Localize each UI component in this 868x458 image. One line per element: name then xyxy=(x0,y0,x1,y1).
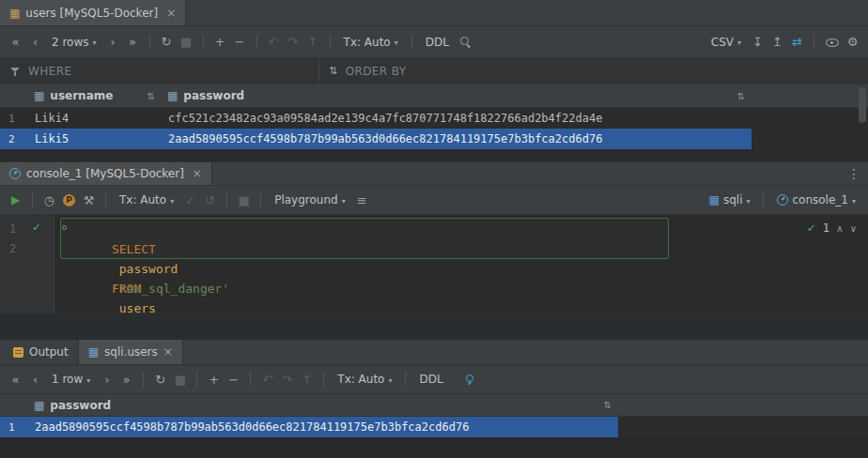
previous-page-button[interactable]: ‹ xyxy=(26,32,44,53)
in-editor-results-toggle[interactable]: ≡ xyxy=(353,190,371,210)
next-page-button[interactable]: › xyxy=(104,32,122,53)
redo-button[interactable]: ↷ xyxy=(285,32,302,53)
tx-mode-dropdown[interactable]: Tx: Auto ▾ xyxy=(332,369,397,389)
search-button[interactable] xyxy=(457,32,474,53)
tab-output[interactable]: Output xyxy=(4,340,78,364)
cell-password[interactable]: 2aad5890595ccf4598b787b99ab563d0d66ec821… xyxy=(162,132,752,145)
sort-icon[interactable]: ⇅ xyxy=(737,91,745,101)
order-by-filter-field[interactable]: ⇅ ORDER BY xyxy=(319,58,416,84)
editor-gutter xyxy=(0,215,54,313)
close-tab-icon[interactable]: × xyxy=(166,7,176,20)
console-tab-bar: console_1 [MySQL5-Docker] × ⋮ xyxy=(0,161,868,186)
table-row-selected[interactable]: 2 Liki5 2aad5890595ccf4598b787b99ab563d0… xyxy=(0,129,752,149)
tab-console-label: console_1 [MySQL5-Docker] xyxy=(26,167,184,180)
tx-mode-label: Tx: Auto xyxy=(337,373,384,386)
view-options-button[interactable] xyxy=(822,32,842,53)
delete-row-button[interactable]: − xyxy=(231,32,249,53)
pin-tab-button[interactable] xyxy=(460,369,478,389)
table-icon: ▦ xyxy=(9,7,20,20)
inspection-result-widget: ✓ 1 ∧ ∨ xyxy=(807,221,857,235)
tx-mode-dropdown[interactable]: Tx: Auto ▾ xyxy=(338,32,404,53)
toolbar-separator xyxy=(203,35,204,50)
more-options-icon[interactable]: ⋮ xyxy=(840,166,868,181)
chevron-down-icon: ▾ xyxy=(86,376,90,385)
submit-button[interactable]: ↑ xyxy=(298,369,316,389)
playground-mode-dropdown[interactable]: Playground ▾ xyxy=(269,190,351,210)
close-tab-icon[interactable]: × xyxy=(193,167,202,180)
export-data-button[interactable]: ↧ xyxy=(749,32,767,53)
row-number: 1 xyxy=(0,113,28,125)
sort-icon[interactable]: ⇅ xyxy=(147,91,155,101)
last-page-button[interactable]: » xyxy=(117,369,135,389)
tab-console[interactable]: console_1 [MySQL5-Docker] × xyxy=(0,162,212,185)
first-page-button[interactable]: « xyxy=(7,369,24,389)
undo-button[interactable]: ↶ xyxy=(258,369,276,389)
cell-username[interactable]: Liki4 xyxy=(28,112,162,125)
toolbar-separator xyxy=(763,192,764,207)
stop-button[interactable]: ■ xyxy=(178,32,195,53)
tx-mode-dropdown[interactable]: Tx: Auto ▾ xyxy=(114,190,179,210)
add-row-button[interactable]: + xyxy=(205,369,223,389)
run-button[interactable]: ▶ xyxy=(7,190,24,210)
next-page-button[interactable]: › xyxy=(98,369,116,389)
chevron-down-icon: ▾ xyxy=(746,197,750,206)
column-icon: ▦ xyxy=(167,89,178,102)
ddl-button[interactable]: DDL xyxy=(420,32,455,53)
sql-editor[interactable]: 1 2 ✓ SELECT password FROM users WHERE u… xyxy=(0,215,868,313)
tab-result-label: sqli.users xyxy=(104,345,158,359)
where-filter-field[interactable]: WHERE xyxy=(0,58,319,84)
page-size-dropdown[interactable]: 2 rows ▾ xyxy=(46,32,102,53)
stop-button[interactable]: ■ xyxy=(171,369,189,389)
commit-button[interactable]: ✓ xyxy=(181,190,199,210)
column-icon: ▦ xyxy=(34,399,44,412)
close-tab-icon[interactable]: × xyxy=(163,345,173,359)
result-row-selected[interactable]: 1 2aad5890595ccf4598b787b99ab563d0d66ec8… xyxy=(0,417,618,437)
redo-button[interactable]: ↷ xyxy=(278,369,296,389)
next-result-icon[interactable]: ∨ xyxy=(850,223,857,234)
first-page-button[interactable]: « xyxy=(7,32,24,53)
order-by-icon: ⇅ xyxy=(329,61,338,82)
sort-icon[interactable]: ⇅ xyxy=(604,400,612,410)
row-number: 2 xyxy=(0,133,28,145)
submit-button[interactable]: ↑ xyxy=(304,32,322,53)
column-header-username[interactable]: ▦ username ⇅ xyxy=(28,84,162,107)
import-data-button[interactable]: ↥ xyxy=(768,32,786,53)
column-header-password[interactable]: ▦ password ⇅ xyxy=(162,84,752,107)
cell-username[interactable]: Liki5 xyxy=(28,132,162,145)
ddl-button[interactable]: DDL xyxy=(413,369,448,389)
reload-button[interactable]: ↻ xyxy=(158,32,176,53)
compare-button[interactable]: ⇄ xyxy=(788,32,806,53)
console-session-icon xyxy=(777,194,788,206)
export-format-label: CSV xyxy=(711,36,734,49)
session-switcher-dropdown[interactable]: console_1 ▾ xyxy=(771,190,861,210)
tab-users-table[interactable]: ▦ users [MySQL5-Docker] × xyxy=(0,0,186,25)
toolbar-separator xyxy=(250,372,251,387)
settings-button[interactable]: ⚙ xyxy=(844,32,861,53)
execution-plan-button[interactable]: P xyxy=(60,190,78,210)
rollback-button[interactable]: ↺ xyxy=(201,190,219,210)
row-number-gutter-header xyxy=(0,394,28,416)
page-size-dropdown[interactable]: 1 row ▾ xyxy=(46,369,96,389)
console-icon xyxy=(9,168,21,179)
tab-result-sqli-users[interactable]: ▦ sqli.users × xyxy=(78,340,183,364)
undo-button[interactable]: ↶ xyxy=(265,32,283,53)
delete-row-button[interactable]: − xyxy=(225,369,242,389)
last-page-button[interactable]: » xyxy=(124,32,142,53)
reload-button[interactable]: ↻ xyxy=(151,369,169,389)
cancel-query-button[interactable]: ■ xyxy=(235,190,253,210)
result-grid-toolbar: « ‹ 1 row ▾ › » ↻ ■ + − ↶ ↷ ↑ Tx: Auto ▾… xyxy=(0,365,868,394)
cell-password[interactable]: cfc521c23482ac93a09584ad2e139c4a7fc87077… xyxy=(162,112,752,125)
column-header-password[interactable]: ▦ password ⇅ xyxy=(28,394,618,416)
previous-result-icon[interactable]: ∧ xyxy=(836,223,843,234)
export-format-dropdown[interactable]: CSV ▾ xyxy=(705,32,747,53)
console-settings-button[interactable]: ⚒ xyxy=(80,190,98,210)
history-button[interactable]: ◷ xyxy=(40,190,58,210)
editor-tab-bar: ▦ users [MySQL5-Docker] × xyxy=(0,0,868,26)
add-row-button[interactable]: + xyxy=(211,32,229,53)
scrollbar-thumb[interactable] xyxy=(859,87,866,123)
table-row[interactable]: 1 Liki4 cfc521c23482ac93a09584ad2e139c4a… xyxy=(0,108,752,129)
order-by-filter-label: ORDER BY xyxy=(346,65,407,78)
previous-page-button[interactable]: ‹ xyxy=(26,369,44,389)
schema-switcher-dropdown[interactable]: ▦ sqli ▾ xyxy=(704,190,756,210)
cell-password[interactable]: 2aad5890595ccf4598b787b99ab563d0d66ec821… xyxy=(28,420,618,434)
